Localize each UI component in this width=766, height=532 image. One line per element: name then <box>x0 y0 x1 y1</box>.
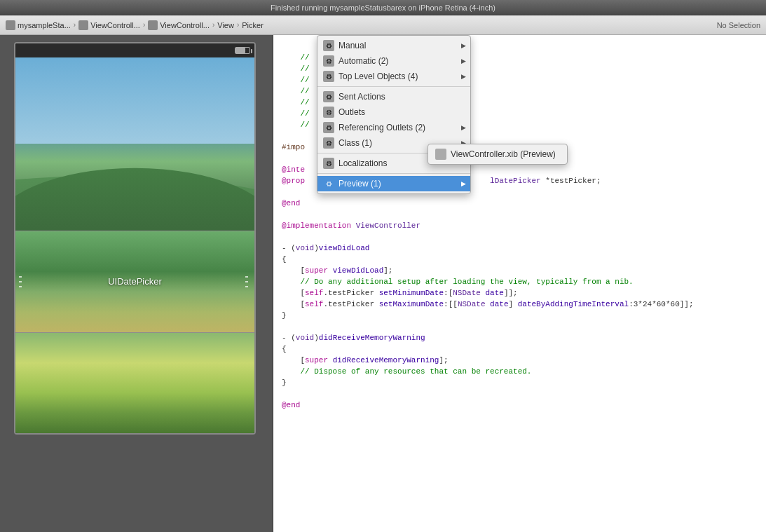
sim-content: UIDatePicker <box>15 57 254 433</box>
breadcrumb-bar: mysampleSta... › ViewControll... › ViewC… <box>0 15 766 35</box>
menu-item-manual-label: Manual <box>338 41 459 50</box>
file-icon-3 <box>148 20 158 30</box>
breadcrumb-sep-2: › <box>143 21 145 29</box>
breadcrumb-right: No Selection <box>717 21 760 29</box>
breadcrumb-item-4[interactable]: View <box>217 21 234 29</box>
photo-bottom <box>15 333 254 433</box>
right-panel[interactable]: // // V // m // // C // C // #impo @inte… <box>273 35 766 532</box>
menu-sep-3 <box>317 173 470 174</box>
menu-item-sent-actions-label: Sent Actions <box>338 92 459 102</box>
menu-item-outlets[interactable]: ⚙ Outlets <box>317 104 470 120</box>
breadcrumb-item-5[interactable]: Picker <box>242 21 264 29</box>
xib-icon <box>435 149 446 160</box>
file-icon <box>6 20 15 30</box>
menu-item-manual[interactable]: ⚙ Manual <box>317 38 470 53</box>
sent-actions-icon: ⚙ <box>323 91 334 102</box>
manual-icon: ⚙ <box>323 40 334 51</box>
referencing-outlets-icon: ⚙ <box>323 122 334 133</box>
breadcrumb-item-1[interactable]: mysampleSta... <box>6 20 71 30</box>
menu-item-top-level[interactable]: ⚙ Top Level Objects (4) <box>317 69 470 84</box>
top-level-icon: ⚙ <box>323 71 334 82</box>
photo-top <box>15 57 254 231</box>
left-panel: UIDatePicker <box>0 35 273 532</box>
preview-submenu: ViewController.xib (Preview) <box>428 144 568 165</box>
menu-item-preview-label: Preview (1) <box>338 179 459 189</box>
simulator-frame: UIDatePicker <box>14 42 256 435</box>
sky <box>15 57 254 144</box>
breadcrumb-sep-3: › <box>212 21 214 29</box>
submenu-item-label: ViewController.xib (Preview) <box>451 149 556 159</box>
menu-item-referencing-outlets[interactable]: ⚙ Referencing Outlets (2) <box>317 120 470 135</box>
file-icon-2 <box>78 20 88 30</box>
context-menu: ⚙ Manual ⚙ Automatic (2) ⚙ Top Level Obj… <box>317 35 471 194</box>
outlets-icon: ⚙ <box>323 107 334 118</box>
top-bar: Finished running mysampleStatusbarex on … <box>0 0 766 15</box>
menu-item-automatic-label: Automatic (2) <box>338 56 459 66</box>
menu-item-automatic[interactable]: ⚙ Automatic (2) <box>317 53 470 69</box>
menu-item-preview[interactable]: ⚙ Preview (1) <box>317 176 470 191</box>
breadcrumb-sep-1: › <box>74 21 76 29</box>
simulator-top-bar <box>15 43 254 57</box>
main-area: UIDatePicker // // V // m // // C // C /… <box>0 35 766 532</box>
preview-icon: ⚙ <box>323 178 334 189</box>
localizations-icon: ⚙ <box>323 158 334 169</box>
menu-item-top-level-label: Top Level Objects (4) <box>338 71 459 81</box>
menu-item-referencing-outlets-label: Referencing Outlets (2) <box>338 123 459 132</box>
no-selection-label: No Selection <box>717 21 760 29</box>
class-icon: ⚙ <box>323 137 334 149</box>
uidatepicker-label: UIDatePicker <box>108 276 162 287</box>
battery-icon <box>235 47 250 54</box>
menu-sep-1 <box>317 86 470 87</box>
resize-handle-left[interactable] <box>19 275 25 289</box>
breadcrumb-item-3[interactable]: ViewControll... <box>148 20 210 30</box>
menu-item-outlets-label: Outlets <box>338 107 459 117</box>
menu-item-sent-actions[interactable]: ⚙ Sent Actions <box>317 89 470 104</box>
submenu-item-viewcontroller[interactable]: ViewController.xib (Preview) <box>428 146 567 162</box>
resize-handle-right[interactable] <box>245 275 251 289</box>
breadcrumb-sep-4: › <box>237 21 239 29</box>
top-bar-title: Finished running mysampleStatusbarex on … <box>6 4 760 12</box>
photo-middle: UIDatePicker <box>15 231 254 333</box>
automatic-icon: ⚙ <box>323 55 334 67</box>
breadcrumb-item-2[interactable]: ViewControll... <box>78 20 140 30</box>
